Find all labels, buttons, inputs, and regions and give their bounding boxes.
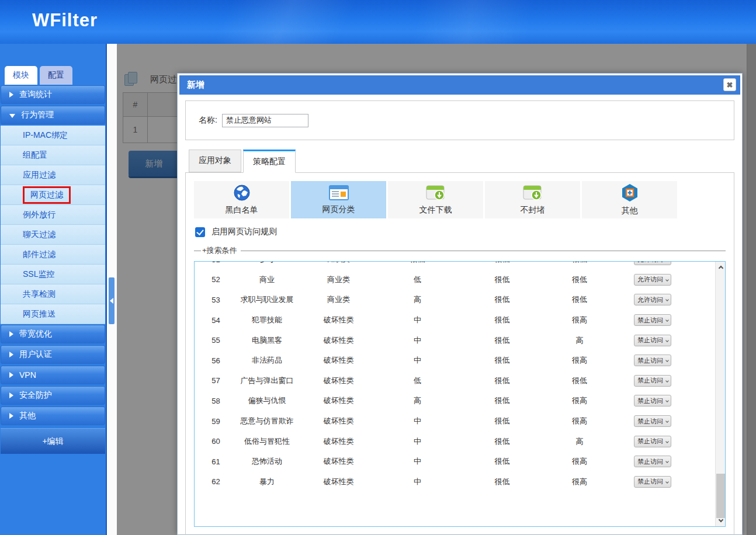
access-select-value: 允许访问 <box>637 275 663 284</box>
sidebar: 模块 配置 查询统计行为管理IP-MAC绑定组配置应用过滤网页过滤例外放行聊天过… <box>0 44 107 535</box>
chevron-right-icon <box>9 392 13 398</box>
policy-type-tiles: 黑白名单 网页分类 <box>194 181 726 218</box>
table-row: 56非法药品破坏性类中很低很高禁止访问 <box>195 350 715 371</box>
cell-risk1: 低 <box>372 376 463 386</box>
sidebar-item-label: 查询统计 <box>19 89 52 100</box>
cell-action: 禁止访问 <box>618 375 715 387</box>
access-select-value: 禁止访问 <box>637 477 663 486</box>
sidebar-tab-config[interactable]: 配置 <box>40 66 72 85</box>
scroll-down-button[interactable] <box>716 515 726 524</box>
cell-risk3: 很高 <box>542 456 618 467</box>
sidebar-item-web-push[interactable]: 网页推送 <box>1 304 105 324</box>
divider-line <box>241 251 726 251</box>
close-button[interactable]: ✖ <box>723 78 736 91</box>
sidebar-item-edit[interactable]: +编辑 <box>1 428 105 454</box>
sidebar-item-share-detect[interactable]: 共享检测 <box>1 284 105 304</box>
access-select[interactable]: 禁止访问 <box>634 436 671 447</box>
cell-risk3: 很高 <box>542 416 618 426</box>
sidebar-item-other[interactable]: 其他 <box>1 407 105 425</box>
access-select-value: 禁止访问 <box>637 356 663 365</box>
tile-no-block[interactable]: 不封堵 <box>485 181 580 218</box>
sidebar-item-ip-mac-bind[interactable]: IP-MAC绑定 <box>1 126 105 145</box>
sidebar-item-label: 用户认证 <box>19 349 52 360</box>
sidebar-item-app-filter[interactable]: 应用过滤 <box>1 165 105 185</box>
cell-id: 58 <box>203 397 229 405</box>
access-select[interactable]: 禁止访问 <box>634 415 671 427</box>
chevron-down-icon <box>665 399 669 403</box>
cell-name: 电脑黑客 <box>229 335 305 346</box>
sidebar-item-web-filter[interactable]: 网页过滤 <box>1 185 105 205</box>
sidebar-item-mail-filter[interactable]: 邮件过滤 <box>1 245 105 265</box>
access-select[interactable]: 禁止访问 <box>634 355 671 366</box>
cell-risk1: 中 <box>372 436 463 447</box>
cell-action: 允许访问 <box>618 262 715 265</box>
tile-blackwhite-list[interactable]: 黑白名单 <box>194 181 289 218</box>
access-select-value: 禁止访问 <box>637 417 663 426</box>
chevron-right-icon <box>9 331 13 337</box>
sidebar-item-label: VPN <box>19 370 36 380</box>
tile-web-category[interactable]: 网页分类 <box>291 181 386 218</box>
cell-action: 禁止访问 <box>618 436 715 447</box>
access-select[interactable]: 禁止访问 <box>634 395 671 407</box>
chevron-down-icon <box>665 480 669 484</box>
sidebar-item-user-auth[interactable]: 用户认证 <box>1 345 105 364</box>
sidebar-item-exception-pass[interactable]: 例外放行 <box>1 205 105 225</box>
sidebar-tab-modules[interactable]: 模块 <box>5 66 37 85</box>
tab-apply-target[interactable]: 应用对象 <box>189 150 241 172</box>
cell-action: 禁止访问 <box>618 355 715 366</box>
access-select[interactable]: 禁止访问 <box>634 456 671 467</box>
tile-label: 不封堵 <box>521 205 545 216</box>
name-input[interactable] <box>222 114 308 127</box>
cell-risk1: 中 <box>372 456 463 467</box>
chevron-down-icon <box>665 379 669 383</box>
sidebar-item-ssl-monitor[interactable]: SSL监控 <box>1 265 105 284</box>
close-icon: ✖ <box>727 81 733 89</box>
enable-rule-checkbox[interactable] <box>195 227 205 237</box>
sidebar-item-label: 组配置 <box>23 150 47 161</box>
tab-policy-config[interactable]: 策略配置 <box>243 150 296 173</box>
cell-category: 知识类 <box>305 262 372 265</box>
table-row: 53求职与职业发展商业类高很低很低允许访问 <box>195 290 715 310</box>
sidebar-item-bandwidth[interactable]: 带宽优化 <box>1 325 105 343</box>
tile-other[interactable]: 其他 <box>582 181 677 218</box>
access-select[interactable]: 允许访问 <box>634 262 671 265</box>
cell-name: 低俗与冒犯性 <box>229 436 305 447</box>
access-select[interactable]: 禁止访问 <box>634 476 671 488</box>
table-scrollbar[interactable] <box>715 262 725 526</box>
cell-risk3: 很低 <box>542 275 618 285</box>
tile-label: 文件下载 <box>419 205 452 216</box>
access-select[interactable]: 禁止访问 <box>634 375 671 387</box>
sidebar-item-query-stats[interactable]: 查询统计 <box>1 85 105 104</box>
sidebar-item-behavior-mgmt[interactable]: 行为管理 <box>1 106 105 124</box>
cell-action: 禁止访问 <box>618 476 715 488</box>
access-select[interactable]: 允许访问 <box>634 294 671 305</box>
sidebar-item-group-config[interactable]: 组配置 <box>1 145 105 165</box>
chevron-down-icon <box>718 517 723 522</box>
tile-file-download[interactable]: 文件下载 <box>388 181 483 218</box>
chevron-down-icon <box>9 114 15 118</box>
access-select[interactable]: 禁止访问 <box>634 314 671 326</box>
sidebar-item-chat-filter[interactable]: 聊天过滤 <box>1 225 105 245</box>
cell-name: 偏狭与仇恨 <box>229 395 305 406</box>
sidebar-menu: 查询统计行为管理IP-MAC绑定组配置应用过滤网页过滤例外放行聊天过滤邮件过滤S… <box>0 85 106 454</box>
scroll-up-button[interactable] <box>716 263 726 273</box>
cell-id: 62 <box>203 477 229 486</box>
access-select[interactable]: 禁止访问 <box>634 335 671 346</box>
brand-logo: WFilter <box>32 10 98 31</box>
globe-icon <box>233 184 251 204</box>
sidebar-item-security[interactable]: 安全防护 <box>1 386 105 405</box>
table-row: 60低俗与冒犯性破坏性类中很低高禁止访问 <box>195 431 715 451</box>
unblock-folder-icon <box>523 184 543 204</box>
scrollbar-thumb[interactable] <box>716 474 725 518</box>
cell-category: 破坏性类 <box>305 456 372 467</box>
sidebar-item-label: 其他 <box>19 411 36 421</box>
access-select[interactable]: 允许访问 <box>634 274 671 286</box>
cell-risk1: 很低 <box>372 262 463 265</box>
access-select-value: 允许访问 <box>637 296 663 304</box>
cell-name: 商业 <box>229 275 305 285</box>
search-condition-toggle[interactable]: +搜索条件 <box>202 245 237 256</box>
cell-name: 恐怖活动 <box>229 456 305 467</box>
sidebar-item-label: 网页推送 <box>23 309 56 319</box>
sidebar-collapse-handle[interactable] <box>109 277 115 324</box>
sidebar-item-vpn[interactable]: VPN <box>1 366 105 384</box>
